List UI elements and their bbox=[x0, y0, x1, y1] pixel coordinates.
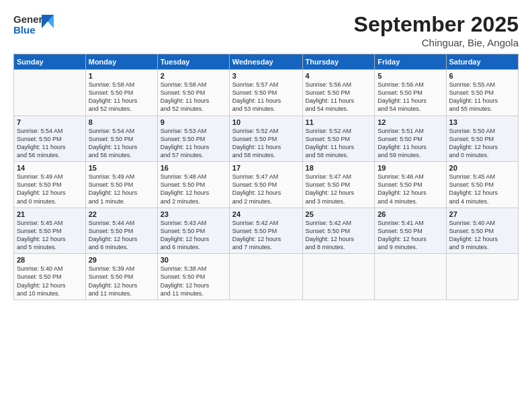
day-info: Sunrise: 5:58 AM Sunset: 5:50 PM Dayligh… bbox=[161, 81, 226, 113]
svg-text:Blue: Blue bbox=[13, 24, 36, 36]
col-thursday: Thursday bbox=[302, 54, 375, 70]
table-row: 15Sunrise: 5:49 AM Sunset: 5:50 PM Dayli… bbox=[85, 162, 157, 208]
day-number: 4 bbox=[306, 72, 372, 80]
day-number: 5 bbox=[378, 72, 443, 80]
day-info: Sunrise: 5:42 AM Sunset: 5:50 PM Dayligh… bbox=[232, 219, 300, 252]
day-info: Sunrise: 5:50 AM Sunset: 5:50 PM Dayligh… bbox=[449, 127, 515, 160]
table-row: 18Sunrise: 5:47 AM Sunset: 5:50 PM Dayli… bbox=[302, 162, 375, 208]
day-number: 18 bbox=[306, 164, 372, 172]
day-info: Sunrise: 5:45 AM Sunset: 5:50 PM Dayligh… bbox=[17, 219, 83, 252]
col-wednesday: Wednesday bbox=[229, 54, 302, 70]
day-number: 25 bbox=[306, 210, 372, 218]
col-monday: Monday bbox=[85, 54, 157, 70]
table-row bbox=[229, 254, 302, 300]
table-row: 3Sunrise: 5:57 AM Sunset: 5:50 PM Daylig… bbox=[229, 70, 302, 116]
table-row: 7Sunrise: 5:54 AM Sunset: 5:50 PM Daylig… bbox=[14, 116, 86, 162]
table-row bbox=[375, 254, 446, 300]
day-number: 29 bbox=[89, 256, 154, 264]
table-row: 27Sunrise: 5:40 AM Sunset: 5:50 PM Dayli… bbox=[446, 208, 518, 254]
day-number: 19 bbox=[378, 164, 443, 172]
day-info: Sunrise: 5:46 AM Sunset: 5:50 PM Dayligh… bbox=[378, 173, 443, 205]
table-row: 5Sunrise: 5:56 AM Sunset: 5:50 PM Daylig… bbox=[375, 70, 446, 116]
table-row bbox=[14, 70, 86, 116]
day-info: Sunrise: 5:54 AM Sunset: 5:50 PM Dayligh… bbox=[17, 127, 83, 160]
day-number: 11 bbox=[306, 118, 372, 126]
day-info: Sunrise: 5:44 AM Sunset: 5:50 PM Dayligh… bbox=[89, 219, 154, 252]
table-row: 22Sunrise: 5:44 AM Sunset: 5:50 PM Dayli… bbox=[85, 208, 157, 254]
col-tuesday: Tuesday bbox=[157, 54, 229, 70]
day-info: Sunrise: 5:45 AM Sunset: 5:50 PM Dayligh… bbox=[449, 173, 515, 205]
day-info: Sunrise: 5:43 AM Sunset: 5:50 PM Dayligh… bbox=[161, 219, 226, 252]
col-saturday: Saturday bbox=[446, 54, 518, 70]
page-title: September 2025 bbox=[354, 12, 519, 37]
table-row: 14Sunrise: 5:49 AM Sunset: 5:50 PM Dayli… bbox=[14, 162, 86, 208]
day-number: 28 bbox=[17, 256, 83, 264]
calendar-header: Sunday Monday Tuesday Wednesday Thursday… bbox=[14, 54, 519, 70]
col-sunday: Sunday bbox=[14, 54, 86, 70]
logo: General Blue bbox=[13, 12, 54, 38]
table-row: 16Sunrise: 5:48 AM Sunset: 5:50 PM Dayli… bbox=[157, 162, 229, 208]
table-row: 13Sunrise: 5:50 AM Sunset: 5:50 PM Dayli… bbox=[446, 116, 518, 162]
day-info: Sunrise: 5:38 AM Sunset: 5:50 PM Dayligh… bbox=[161, 265, 226, 298]
day-info: Sunrise: 5:55 AM Sunset: 5:50 PM Dayligh… bbox=[449, 81, 515, 113]
day-number: 24 bbox=[232, 210, 300, 218]
day-info: Sunrise: 5:48 AM Sunset: 5:50 PM Dayligh… bbox=[161, 173, 226, 205]
day-number: 13 bbox=[449, 118, 515, 126]
day-number: 2 bbox=[161, 72, 226, 80]
day-number: 6 bbox=[449, 72, 515, 80]
day-number: 17 bbox=[232, 164, 300, 172]
table-row bbox=[302, 254, 375, 300]
day-number: 22 bbox=[89, 210, 154, 218]
day-number: 21 bbox=[17, 210, 83, 218]
table-row: 4Sunrise: 5:56 AM Sunset: 5:50 PM Daylig… bbox=[302, 70, 375, 116]
day-info: Sunrise: 5:57 AM Sunset: 5:50 PM Dayligh… bbox=[232, 81, 300, 113]
col-friday: Friday bbox=[375, 54, 446, 70]
day-number: 23 bbox=[161, 210, 226, 218]
day-info: Sunrise: 5:41 AM Sunset: 5:50 PM Dayligh… bbox=[378, 219, 443, 252]
table-row: 1Sunrise: 5:58 AM Sunset: 5:50 PM Daylig… bbox=[85, 70, 157, 116]
day-number: 27 bbox=[449, 210, 515, 218]
day-info: Sunrise: 5:47 AM Sunset: 5:50 PM Dayligh… bbox=[306, 173, 372, 205]
day-info: Sunrise: 5:47 AM Sunset: 5:50 PM Dayligh… bbox=[232, 173, 300, 205]
day-number: 16 bbox=[161, 164, 226, 172]
day-number: 3 bbox=[232, 72, 300, 80]
title-block: September 2025 Chinguar, Bie, Angola bbox=[354, 12, 519, 48]
day-number: 15 bbox=[89, 164, 154, 172]
day-info: Sunrise: 5:52 AM Sunset: 5:50 PM Dayligh… bbox=[232, 127, 300, 160]
day-info: Sunrise: 5:58 AM Sunset: 5:50 PM Dayligh… bbox=[89, 81, 154, 113]
table-row: 2Sunrise: 5:58 AM Sunset: 5:50 PM Daylig… bbox=[157, 70, 229, 116]
table-row: 24Sunrise: 5:42 AM Sunset: 5:50 PM Dayli… bbox=[229, 208, 302, 254]
table-row: 6Sunrise: 5:55 AM Sunset: 5:50 PM Daylig… bbox=[446, 70, 518, 116]
table-row: 30Sunrise: 5:38 AM Sunset: 5:50 PM Dayli… bbox=[157, 254, 229, 300]
day-info: Sunrise: 5:53 AM Sunset: 5:50 PM Dayligh… bbox=[161, 127, 226, 160]
day-info: Sunrise: 5:54 AM Sunset: 5:50 PM Dayligh… bbox=[89, 127, 154, 160]
page-header: General Blue September 2025 Chinguar, Bi… bbox=[13, 12, 519, 48]
calendar-body: 1Sunrise: 5:58 AM Sunset: 5:50 PM Daylig… bbox=[14, 70, 519, 300]
day-info: Sunrise: 5:51 AM Sunset: 5:50 PM Dayligh… bbox=[378, 127, 443, 160]
table-row: 25Sunrise: 5:42 AM Sunset: 5:50 PM Dayli… bbox=[302, 208, 375, 254]
day-info: Sunrise: 5:42 AM Sunset: 5:50 PM Dayligh… bbox=[306, 219, 372, 252]
table-row: 29Sunrise: 5:39 AM Sunset: 5:50 PM Dayli… bbox=[85, 254, 157, 300]
logo-triangle-icon bbox=[42, 15, 54, 28]
day-number: 30 bbox=[161, 256, 226, 264]
day-number: 12 bbox=[378, 118, 443, 126]
day-number: 20 bbox=[449, 164, 515, 172]
day-info: Sunrise: 5:56 AM Sunset: 5:50 PM Dayligh… bbox=[306, 81, 372, 113]
table-row: 23Sunrise: 5:43 AM Sunset: 5:50 PM Dayli… bbox=[157, 208, 229, 254]
day-number: 8 bbox=[89, 118, 154, 126]
day-info: Sunrise: 5:49 AM Sunset: 5:50 PM Dayligh… bbox=[17, 173, 83, 205]
day-number: 26 bbox=[378, 210, 443, 218]
table-row: 11Sunrise: 5:52 AM Sunset: 5:50 PM Dayli… bbox=[302, 116, 375, 162]
table-row: 20Sunrise: 5:45 AM Sunset: 5:50 PM Dayli… bbox=[446, 162, 518, 208]
logo-svg: General Blue bbox=[13, 12, 43, 38]
day-number: 1 bbox=[89, 72, 154, 80]
table-row: 8Sunrise: 5:54 AM Sunset: 5:50 PM Daylig… bbox=[85, 116, 157, 162]
day-info: Sunrise: 5:40 AM Sunset: 5:50 PM Dayligh… bbox=[449, 219, 515, 252]
table-row: 12Sunrise: 5:51 AM Sunset: 5:50 PM Dayli… bbox=[375, 116, 446, 162]
day-number: 10 bbox=[232, 118, 300, 126]
calendar-table: Sunday Monday Tuesday Wednesday Thursday… bbox=[13, 54, 519, 300]
day-info: Sunrise: 5:56 AM Sunset: 5:50 PM Dayligh… bbox=[378, 81, 443, 113]
page-subtitle: Chinguar, Bie, Angola bbox=[354, 37, 519, 48]
day-number: 14 bbox=[17, 164, 83, 172]
table-row: 17Sunrise: 5:47 AM Sunset: 5:50 PM Dayli… bbox=[229, 162, 302, 208]
